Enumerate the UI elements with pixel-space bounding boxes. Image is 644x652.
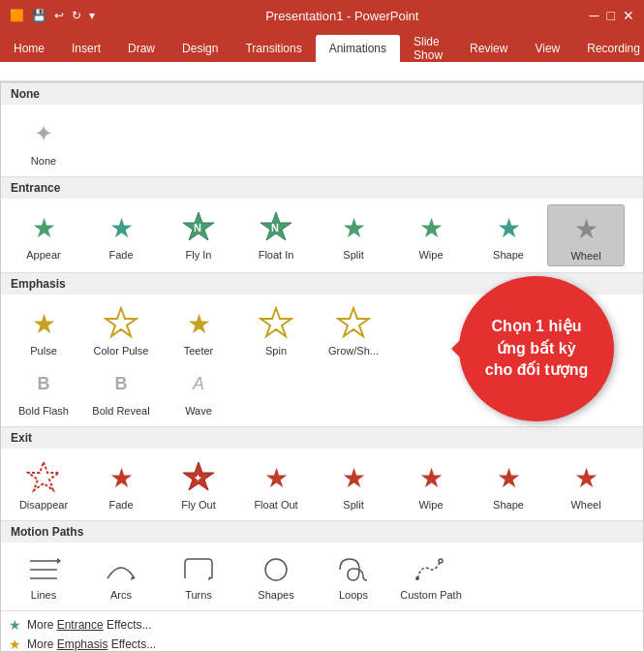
title-bar-icons[interactable]: 🟧 💾 ↩ ↻ ▾ [10, 9, 95, 22]
shapes-icon [257, 552, 295, 587]
more-effects-section: ★ More Entrance Effects... ★ More Emphas… [1, 610, 643, 652]
close-button[interactable]: ✕ [623, 8, 634, 23]
arcs-label: Arcs [110, 589, 132, 601]
floatout-label: Float Out [254, 499, 297, 511]
wheel-entrance-icon: ★ [567, 209, 605, 248]
motion-turns[interactable]: Turns [160, 548, 237, 605]
boldreveal-icon: B [102, 364, 140, 403]
animation-grow[interactable]: Grow/Sh... [315, 300, 392, 360]
animation-wheel-exit[interactable]: ★ Wheel [547, 454, 625, 514]
spin-label: Spin [265, 345, 287, 357]
tab-animations[interactable]: Animations [316, 35, 400, 62]
animation-shape-entrance[interactable]: ★ Shape [470, 204, 547, 266]
animation-none[interactable]: ✦ None [5, 110, 82, 171]
save-icon[interactable]: 💾 [32, 9, 46, 22]
tab-home[interactable]: Home [0, 35, 58, 62]
shape-entrance-label: Shape [493, 249, 524, 261]
svg-marker-7 [28, 462, 59, 490]
more-emphasis-effects[interactable]: ★ More Emphasis Effects... [1, 635, 643, 652]
animation-disappear[interactable]: Disappear [5, 454, 82, 514]
animation-floatout[interactable]: ★ Float Out [237, 454, 315, 514]
window-controls[interactable]: ─ □ ✕ [590, 8, 634, 23]
animation-pulse[interactable]: ★ Pulse [5, 300, 82, 360]
tab-design[interactable]: Design [169, 35, 231, 62]
flyout-icon: ✦ [179, 458, 218, 497]
wave-icon: A [179, 364, 218, 403]
wave-label: Wave [185, 405, 212, 417]
boldflash-label: Bold Flash [18, 405, 69, 417]
animation-fade-exit[interactable]: ★ Fade [82, 454, 160, 514]
animation-fade-entrance[interactable]: ★ Fade [82, 204, 160, 266]
app-icon: 🟧 [10, 9, 24, 22]
animation-spin[interactable]: Spin [237, 300, 315, 360]
flyin-label: Fly In [186, 249, 212, 261]
minimize-button[interactable]: ─ [590, 8, 599, 23]
motion-shapes[interactable]: Shapes [237, 548, 315, 605]
split-entrance-label: Split [343, 249, 363, 261]
boldreveal-label: Bold Reveal [92, 405, 149, 417]
wipe-exit-label: Wipe [418, 499, 443, 511]
tab-slideshow[interactable]: Slide Show [400, 35, 456, 62]
motion-loops[interactable]: Loops [315, 548, 392, 605]
animation-wheel-entrance[interactable]: ★ Wheel [547, 204, 625, 266]
redo-icon[interactable]: ↻ [72, 9, 81, 22]
emphasis-star-icon: ★ [9, 636, 21, 652]
section-exit: Exit [1, 426, 643, 449]
none-label: None [31, 155, 56, 167]
loops-icon [334, 552, 373, 587]
animation-teeter[interactable]: ★ Teeter [160, 300, 237, 360]
animation-floatin[interactable]: N Float In [237, 204, 315, 266]
undo-icon[interactable]: ↩ [54, 9, 64, 22]
shape-exit-label: Shape [493, 499, 524, 511]
animation-wave[interactable]: A Wave [160, 360, 237, 420]
split-entrance-icon: ★ [334, 208, 373, 247]
animation-boldflash[interactable]: B Bold Flash [5, 360, 82, 420]
custom-path-icon [412, 552, 450, 587]
tab-draw[interactable]: Draw [114, 35, 169, 62]
animation-dropdown: None ✦ None Entrance ★ Appear ★ Fade N F… [0, 81, 644, 652]
maximize-button[interactable]: □ [607, 8, 615, 23]
shape-entrance-icon: ★ [489, 208, 528, 247]
loops-label: Loops [339, 589, 368, 601]
fade-entrance-icon: ★ [102, 208, 140, 247]
animation-wipe-exit[interactable]: ★ Wipe [392, 454, 470, 514]
more-entrance-effects[interactable]: ★ More Entrance Effects... [1, 615, 643, 635]
animation-flyout[interactable]: ✦ Fly Out [160, 454, 237, 514]
fade-entrance-label: Fade [108, 249, 133, 261]
animation-wipe-entrance[interactable]: ★ Wipe [392, 204, 470, 266]
disappear-label: Disappear [19, 499, 68, 511]
tab-view[interactable]: View [521, 35, 573, 62]
animation-flyin[interactable]: N Fly In [160, 204, 237, 266]
teeter-label: Teeter [184, 345, 214, 357]
wipe-exit-icon: ★ [412, 458, 450, 497]
tab-recording[interactable]: Recording [573, 35, 644, 62]
floatin-icon: N [257, 208, 295, 247]
tooltip-text: Chọn 1 hiệuứng bất kỳcho đối tượng [485, 316, 588, 381]
motion-custom-path[interactable]: Custom Path [392, 548, 470, 605]
svg-marker-5 [261, 308, 291, 336]
split-exit-label: Split [343, 499, 363, 511]
title-bar: 🟧 💾 ↩ ↻ ▾ Presentation1 - PowerPoint ─ □… [0, 0, 644, 31]
shape-exit-icon: ★ [489, 458, 528, 497]
motion-lines[interactable]: Lines [5, 548, 82, 605]
svg-text:N: N [271, 222, 279, 233]
flyout-label: Fly Out [181, 499, 215, 511]
entrance-grid: ★ Appear ★ Fade N Fly In N Float In ★ Sp… [1, 199, 643, 272]
motion-arcs[interactable]: Arcs [82, 548, 160, 605]
animation-colorpulse[interactable]: Color Pulse [82, 300, 160, 360]
animation-appear[interactable]: ★ Appear [5, 204, 82, 266]
tab-transitions[interactable]: Transitions [231, 35, 315, 62]
animation-split-exit[interactable]: ★ Split [315, 454, 392, 514]
tab-review[interactable]: Review [456, 35, 521, 62]
spin-icon [257, 304, 295, 343]
shapes-label: Shapes [258, 589, 293, 601]
tab-insert[interactable]: Insert [58, 35, 114, 62]
section-entrance: Entrance [1, 176, 643, 199]
animation-boldreveal[interactable]: B Bold Reveal [82, 360, 160, 420]
grow-icon [334, 304, 373, 343]
animation-shape-exit[interactable]: ★ Shape [470, 454, 547, 514]
wheel-exit-label: Wheel [570, 499, 600, 511]
animation-split-entrance[interactable]: ★ Split [315, 204, 392, 266]
svg-text:N: N [194, 222, 201, 233]
window-title: Presentation1 - PowerPoint [95, 9, 590, 23]
